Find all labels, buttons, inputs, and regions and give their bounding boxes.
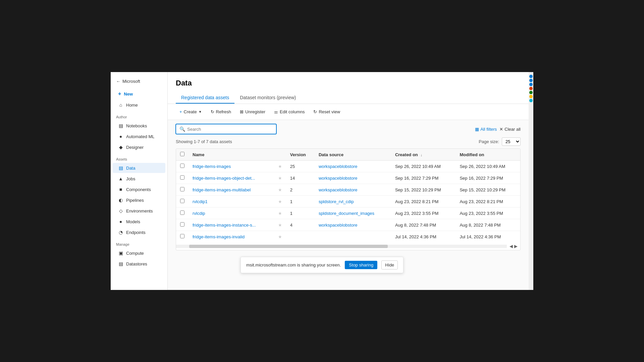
row-datasource-0[interactable]: workspaceblobstore <box>315 161 391 172</box>
row-modified-0: Sep 26, 2022 10:49 AM <box>455 161 520 172</box>
showing-row: Showing 1-7 of 7 data assets Page size: … <box>176 137 521 148</box>
data-table: Name Version Data source Created on <box>176 148 521 250</box>
sidebar-item-components[interactable]: ■ Components <box>113 184 165 194</box>
row-star-1[interactable]: ★ <box>274 172 286 184</box>
col-name[interactable]: Name <box>189 149 274 161</box>
col-checkbox[interactable] <box>176 149 189 161</box>
screen-sharing-toast: msit.microsoftstream.com is sharing your… <box>240 257 404 273</box>
row-datasource-4[interactable]: spldstore_document_images <box>315 207 391 219</box>
sidebar-item-designer[interactable]: ◆ Designer <box>113 142 165 152</box>
tab-monitors[interactable]: Dataset monitors (preview) <box>234 92 301 104</box>
row-checkbox-2[interactable] <box>176 184 189 196</box>
components-icon: ■ <box>118 187 123 192</box>
sidebar-back[interactable]: ← Microsoft <box>111 76 167 86</box>
reset-view-button[interactable]: ↻ Reset view <box>310 107 344 116</box>
tabs: Registered data assets Dataset monitors … <box>176 92 521 104</box>
page-size-label: Page size: <box>479 139 499 144</box>
search-box[interactable]: 🔍 <box>176 124 276 134</box>
row-name-4[interactable]: rvlcdip <box>189 207 274 219</box>
row-checkbox-1[interactable] <box>176 172 189 184</box>
edit-columns-button[interactable]: ⚌ Edit columns <box>270 107 308 116</box>
refresh-button[interactable]: ↻ Refresh <box>207 107 235 116</box>
tab-registered[interactable]: Registered data assets <box>176 92 234 104</box>
row-modified-1: Sep 16, 2022 7:29 PM <box>455 172 520 184</box>
row-star-2[interactable]: ★ <box>274 184 286 196</box>
page-size-select[interactable]: 25 50 100 <box>502 137 521 146</box>
endpoints-icon: ◔ <box>118 230 123 235</box>
row-star-6[interactable]: ★ <box>274 231 286 243</box>
sidebar-item-endpoints[interactable]: ◔ Endpoints <box>113 227 165 237</box>
hide-button[interactable]: Hide <box>381 260 398 269</box>
row-checkbox-4[interactable] <box>176 207 189 219</box>
sidebar-item-models[interactable]: ● Models <box>113 217 165 227</box>
table-row: fridge-items-images-instance-s... ★ 4 wo… <box>176 219 520 231</box>
table-row: fridge-items-images-invalid ★ Jul 14, 20… <box>176 231 520 243</box>
sidebar-item-compute[interactable]: ▣ Compute <box>113 248 165 258</box>
sidebar-item-datastores[interactable]: ▤ Datastores <box>113 259 165 269</box>
row-created-2: Sep 15, 2022 10:29 PM <box>391 184 456 196</box>
row-datasource-6[interactable] <box>315 231 391 243</box>
toolbar: + Create ▼ ↻ Refresh ⊠ Unregister ⚌ Edit… <box>168 104 529 120</box>
col-datasource[interactable]: Data source <box>315 149 391 161</box>
sidebar-item-jobs[interactable]: ▲ Jobs <box>113 174 165 184</box>
row-checkbox-0[interactable] <box>176 161 189 172</box>
row-datasource-2[interactable]: workspaceblobstore <box>315 184 391 196</box>
row-datasource-1[interactable]: workspaceblobstore <box>315 172 391 184</box>
toast-message: msit.microsoftstream.com is sharing your… <box>246 262 341 267</box>
table-row: rvlcdip ★ 1 spldstore_document_images Au… <box>176 207 520 219</box>
row-created-5: Aug 8, 2022 7:48 PM <box>391 219 456 231</box>
home-icon: ⌂ <box>118 102 123 108</box>
right-bar-dot-2 <box>529 79 533 82</box>
table-row: fridge-items-images ★ 25 workspaceblobst… <box>176 161 520 172</box>
row-modified-4: Aug 23, 2022 3:55 PM <box>455 207 520 219</box>
row-star-5[interactable]: ★ <box>274 219 286 231</box>
row-name-2[interactable]: fridge-items-images-multilabel <box>189 184 274 196</box>
search-input[interactable] <box>187 127 273 132</box>
refresh-icon: ↻ <box>211 109 214 114</box>
filter-icon: ▦ <box>475 127 479 132</box>
row-checkbox-3[interactable] <box>176 196 189 207</box>
sidebar-section-assets: Assets <box>111 155 167 163</box>
select-all-checkbox[interactable] <box>180 152 184 156</box>
close-icon: ✕ <box>499 127 503 132</box>
assets-table: Name Version Data source Created on <box>176 149 520 242</box>
unregister-icon: ⊠ <box>240 109 244 114</box>
all-filters-button[interactable]: ▦ All filters <box>475 127 497 132</box>
stop-sharing-button[interactable]: Stop sharing <box>345 261 377 269</box>
table-row: fridge-items-images-object-det... ★ 14 w… <box>176 172 520 184</box>
sidebar-new-button[interactable]: + New <box>113 88 165 99</box>
right-bar-dot-3 <box>529 83 533 86</box>
sidebar-item-data[interactable]: ▤ Data <box>113 163 165 173</box>
row-modified-3: Aug 23, 2022 8:21 PM <box>455 196 520 207</box>
clear-all-button[interactable]: ✕ Clear all <box>499 127 521 132</box>
row-star-4[interactable]: ★ <box>274 207 286 219</box>
back-icon: ← <box>116 79 120 84</box>
table-header-row: Name Version Data source Created on <box>176 149 520 161</box>
row-name-0[interactable]: fridge-items-images <box>189 161 274 172</box>
col-version[interactable]: Version <box>286 149 315 161</box>
row-name-6[interactable]: fridge-items-images-invalid <box>189 231 274 243</box>
row-checkbox-6[interactable] <box>176 231 189 243</box>
sidebar-item-notebooks[interactable]: ▤ Notebooks <box>113 121 165 131</box>
row-name-5[interactable]: fridge-items-images-instance-s... <box>189 219 274 231</box>
col-created-on[interactable]: Created on ↓ <box>391 149 456 161</box>
sidebar-item-automated-ml[interactable]: ● Automated ML <box>113 131 165 141</box>
plus-icon: + <box>118 91 121 97</box>
create-button[interactable]: + Create ▼ <box>176 107 206 116</box>
sidebar-brand: Microsoft <box>122 79 140 84</box>
unregister-button[interactable]: ⊠ Unregister <box>236 107 269 116</box>
sidebar-section-manage: Manage <box>111 240 167 248</box>
row-version-5: 4 <box>286 219 315 231</box>
row-star-3[interactable]: ★ <box>274 196 286 207</box>
row-datasource-3[interactable]: spldstore_rvl_cdip <box>315 196 391 207</box>
row-star-0[interactable]: ★ <box>274 161 286 172</box>
row-name-3[interactable]: rvlcdip1 <box>189 196 274 207</box>
sidebar-item-environments[interactable]: ◇ Environments <box>113 206 165 216</box>
showing-text: Showing 1-7 of 7 data assets <box>176 139 232 144</box>
row-name-1[interactable]: fridge-items-images-object-det... <box>189 172 274 184</box>
col-modified-on[interactable]: Modified on <box>455 149 520 161</box>
sidebar-item-home[interactable]: ⌂ Home <box>113 100 165 110</box>
row-checkbox-5[interactable] <box>176 219 189 231</box>
sidebar-item-pipelines[interactable]: ◐ Pipelines <box>113 195 165 205</box>
row-datasource-5[interactable]: workspaceblobstore <box>315 219 391 231</box>
